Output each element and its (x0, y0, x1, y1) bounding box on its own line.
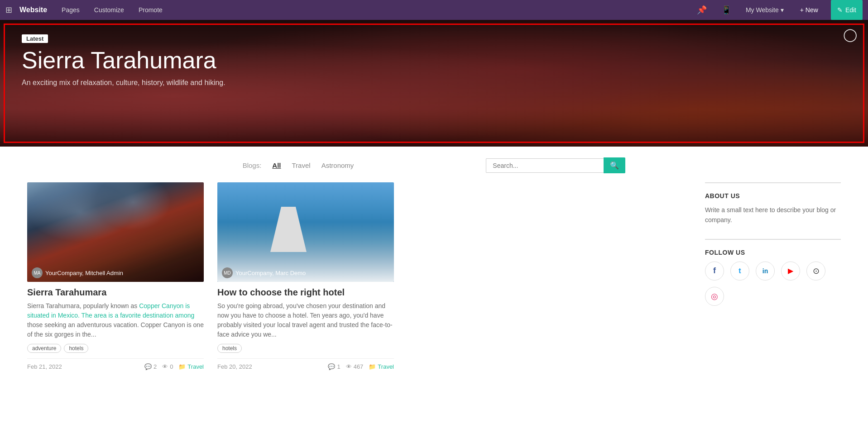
post-card: MD YourCompany, Marc Demo How to choose … (217, 182, 394, 370)
search-icon: 🔍 (610, 162, 619, 169)
comments-count: 💬 1 (328, 363, 340, 370)
nav-pages[interactable]: Pages (58, 6, 83, 14)
category: 📁 Travel (178, 363, 204, 370)
follow-section: FOLLOW US f t in ▶ ⊙ ◎ (705, 239, 841, 315)
edit-button[interactable]: ✎ Edit (831, 0, 863, 20)
category-link[interactable]: Travel (187, 363, 204, 370)
category: 📁 Travel (369, 363, 394, 370)
search-button[interactable]: 🔍 (604, 157, 625, 173)
post-image-santorini (217, 182, 394, 282)
tag-hotels2[interactable]: hotels (217, 344, 242, 353)
my-website-label: My Website (746, 6, 779, 14)
search-input[interactable] (486, 158, 604, 173)
sidebar: ABOUT US Write a small text here to desc… (705, 182, 841, 379)
filter-travel[interactable]: Travel (292, 162, 311, 169)
filter-all[interactable]: All (272, 162, 281, 169)
posts-area: MA YourCompany, Mitchell Admin Sierra Ta… (27, 182, 705, 379)
post-date: Feb 20, 2022 (217, 363, 322, 370)
pin-icon[interactable]: 📌 (693, 5, 710, 15)
post-tags: hotels (217, 344, 394, 353)
eye-icon: 👁 (346, 363, 352, 370)
hero-subtitle: An exciting mix of relaxation, culture, … (22, 79, 846, 87)
my-website-dropdown[interactable]: My Website ▾ (742, 6, 787, 14)
chevron-down-icon: ▾ (781, 6, 784, 14)
facebook-icon[interactable]: f (705, 261, 724, 280)
linkedin-icon[interactable]: in (756, 261, 775, 280)
main-content: MA YourCompany, Mitchell Admin Sierra Ta… (0, 182, 868, 379)
comments-count: 💬 2 (144, 363, 157, 370)
avatar: MD (222, 267, 233, 278)
search-area: 🔍 (486, 157, 625, 173)
excerpt-link[interactable]: Copper Canyon is situated in Mexico. The… (27, 302, 194, 319)
new-button[interactable]: + New (795, 6, 824, 14)
brand-name: Website (19, 6, 47, 14)
post-image-mountains (27, 182, 204, 282)
hero-badge: Latest (22, 34, 48, 43)
avatar: MA (32, 267, 43, 278)
edit-label: Edit (845, 6, 856, 14)
grid-icon[interactable]: ⊞ (5, 5, 12, 15)
nav-customize[interactable]: Customize (91, 6, 128, 14)
post-title[interactable]: How to choose the right hotel (217, 287, 394, 298)
social-icons: f t in ▶ ⊙ ◎ (705, 261, 841, 306)
filter-bar: Blogs: All Travel Astronomy 🔍 (0, 147, 868, 182)
post-excerpt: Sierra Tarahumara, popularly known as Co… (27, 301, 204, 339)
twitter-icon[interactable]: t (730, 261, 749, 280)
views-count: 👁 467 (346, 363, 364, 370)
github-icon[interactable]: ⊙ (806, 261, 825, 280)
post-author-overlay: MA YourCompany, Mitchell Admin (32, 267, 123, 278)
follow-title: FOLLOW US (705, 249, 841, 256)
comment-icon: 💬 (144, 363, 152, 370)
comment-icon: 💬 (328, 363, 335, 370)
pencil-icon: ✎ (837, 6, 843, 14)
hero-section: Latest Sierra Tarahumara An exciting mix… (0, 20, 868, 147)
post-card: MA YourCompany, Mitchell Admin Sierra Ta… (27, 182, 204, 370)
tag-hotels[interactable]: hotels (64, 344, 88, 353)
post-title[interactable]: Sierra Tarahumara (27, 287, 204, 298)
post-image-wrap[interactable]: MA YourCompany, Mitchell Admin (27, 182, 204, 282)
post-excerpt: So you're going abroad, you've chosen yo… (217, 301, 394, 339)
mobile-icon[interactable]: 📱 (718, 5, 735, 15)
post-meta: Feb 20, 2022 💬 1 👁 467 📁 Travel (217, 358, 394, 370)
folder-icon: 📁 (369, 363, 376, 370)
drop-icon: ◯ (843, 27, 857, 42)
category-link[interactable]: Travel (378, 363, 394, 370)
hero-title: Sierra Tarahumara (22, 48, 846, 73)
post-author: YourCompany, Marc Demo (235, 270, 306, 276)
nav-promote[interactable]: Promote (135, 6, 166, 14)
instagram-icon[interactable]: ◎ (705, 287, 724, 306)
about-section: ABOUT US Write a small text here to desc… (705, 182, 841, 234)
filter-astronomy[interactable]: Astronomy (321, 162, 354, 169)
top-nav: ⊞ Website Pages Customize Promote 📌 📱 My… (0, 0, 868, 20)
post-date: Feb 21, 2022 (27, 363, 139, 370)
post-image-wrap[interactable]: MD YourCompany, Marc Demo (217, 182, 394, 282)
about-text: Write a small text here to describe your… (705, 205, 841, 225)
youtube-icon[interactable]: ▶ (781, 261, 800, 280)
post-tags: adventure hotels (27, 344, 204, 353)
post-author: YourCompany, Mitchell Admin (45, 270, 123, 276)
post-author-overlay: MD YourCompany, Marc Demo (222, 267, 306, 278)
about-title: ABOUT US (705, 192, 841, 200)
folder-icon: 📁 (178, 363, 186, 370)
blogs-label: Blogs: (243, 162, 262, 169)
eye-icon: 👁 (162, 363, 168, 370)
tag-adventure[interactable]: adventure (27, 344, 61, 353)
post-meta: Feb 21, 2022 💬 2 👁 0 📁 Travel (27, 358, 204, 370)
views-count: 👁 0 (162, 363, 173, 370)
